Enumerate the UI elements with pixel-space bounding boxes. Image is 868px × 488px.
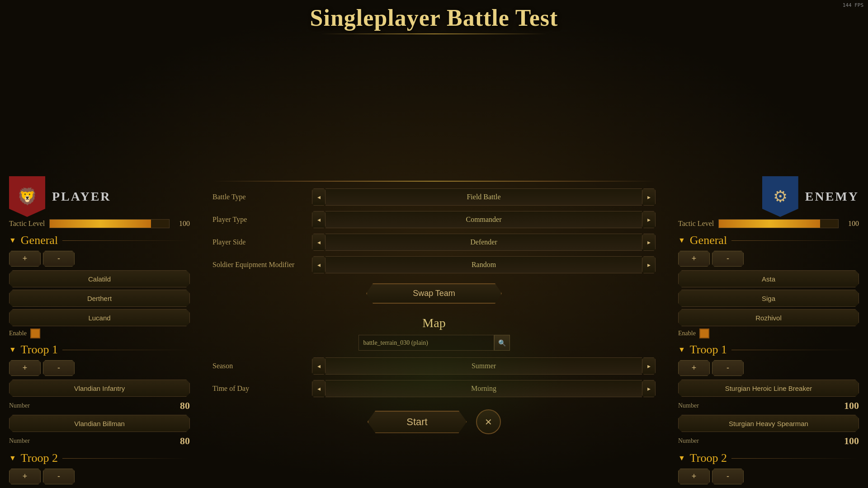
player-troop1-btn-group: + - [9, 360, 190, 376]
main-container: 144 FPS Singleplayer Battle Test 🦁 PLAYE… [0, 0, 868, 488]
equipment-row: Soldier Equipment Modifier ◂ Random ▸ [212, 256, 656, 273]
equipment-prev-button[interactable]: ◂ [312, 256, 326, 273]
cancel-button[interactable]: ✕ [476, 409, 501, 434]
fps-counter: 144 FPS [843, 2, 863, 8]
battle-type-next-button[interactable]: ▸ [642, 188, 656, 206]
player-side-label: Player Side [212, 238, 312, 246]
time-control: ◂ Morning ▸ [312, 380, 656, 397]
center-top: Battle Type ◂ Field Battle ▸ Player Type… [212, 176, 656, 397]
player-troop2-title: Troop 2 [21, 451, 58, 465]
enemy-tactic-fill [719, 220, 820, 228]
player-tactic-fill [50, 220, 151, 228]
season-next-button[interactable]: ▸ [642, 357, 656, 375]
enemy-tactic-bar [718, 219, 839, 228]
time-label: Time of Day [212, 385, 312, 393]
enemy-troop1-minus-button[interactable]: - [712, 360, 744, 376]
enemy-troop2-plus-button[interactable]: + [678, 469, 710, 484]
player-tactic-bar [49, 219, 170, 228]
player-enable-checkbox[interactable] [30, 328, 40, 338]
player-troop2-btn-group: + - [9, 469, 190, 484]
bottom-bar: Start ✕ [212, 403, 656, 441]
player-troop2-billman[interactable]: Vlandian Billman [9, 415, 190, 432]
enemy-tactic-value: 100 [843, 220, 859, 228]
player-type-prev-button[interactable]: ◂ [312, 211, 326, 228]
enemy-enable-label: Enable [678, 330, 696, 337]
map-title: Map [212, 316, 656, 330]
enemy-troop2-chevron: ▼ [678, 454, 685, 462]
title-underline [321, 33, 547, 34]
player-side-control: ◂ Defender ▸ [312, 234, 656, 251]
player-general-minus-button[interactable]: - [43, 251, 75, 267]
player-tactic-value: 100 [174, 220, 190, 228]
sides-container: 🦁 PLAYER Tactic Level 100 ▼ General + - [0, 176, 868, 488]
enemy-troop1-heroic[interactable]: Sturgian Heroic Line Breaker [678, 380, 859, 397]
equipment-next-button[interactable]: ▸ [642, 256, 656, 273]
player-enable-row: Enable [9, 328, 190, 338]
enemy-troop2-title: Troop 2 [690, 451, 727, 465]
battle-type-prev-button[interactable]: ◂ [312, 188, 326, 206]
enemy-troop1-number-label: Number [678, 402, 699, 409]
time-next-button[interactable]: ▸ [642, 380, 656, 397]
enemy-troop1-number-row: Number 100 [678, 399, 859, 413]
enemy-tactic-row: Tactic Level 100 [678, 219, 859, 228]
enemy-enable-checkbox[interactable] [699, 328, 709, 338]
player-panel: 🦁 PLAYER Tactic Level 100 ▼ General + - [0, 176, 199, 488]
season-value: Summer [326, 357, 642, 375]
battle-type-value: Field Battle [326, 188, 642, 206]
battle-type-control: ◂ Field Battle ▸ [312, 188, 656, 206]
player-general-calatild[interactable]: Calatild [9, 270, 190, 287]
enemy-panel: ENEMY ⚙ Tactic Level 100 ▼ General + - [669, 176, 868, 488]
start-button[interactable]: Start [368, 411, 467, 433]
player-general-line [62, 240, 190, 241]
player-troop1-minus-button[interactable]: - [43, 360, 75, 376]
player-troop1-number-row: Number 80 [9, 399, 190, 413]
player-general-header: ▼ General [9, 234, 190, 247]
enemy-general-plus-button[interactable]: + [678, 251, 710, 267]
enemy-general-line [731, 240, 859, 241]
enemy-troop2-line [731, 458, 859, 459]
map-search-row: battle_terrain_030 (plain) 🔍 [212, 335, 656, 351]
title-section: Singleplayer Battle Test [0, 0, 868, 176]
enemy-troop2-minus-button[interactable]: - [712, 469, 744, 484]
season-prev-button[interactable]: ◂ [312, 357, 326, 375]
enemy-troop2-spearman[interactable]: Sturgian Heavy Spearman [678, 415, 859, 432]
map-search-button[interactable]: 🔍 [494, 335, 510, 351]
player-troop1-header: ▼ Troop 1 [9, 343, 190, 357]
battle-type-label: Battle Type [212, 193, 312, 201]
player-faction-header: 🦁 PLAYER [9, 176, 190, 217]
enemy-general-asta[interactable]: Asta [678, 270, 859, 287]
enemy-troop2-btn-group: + - [678, 469, 859, 484]
enemy-faction-header: ENEMY ⚙ [678, 176, 859, 217]
player-troop2-number-row: Number 80 [9, 434, 190, 448]
enemy-emblem: ⚙ [762, 176, 798, 217]
enemy-general-minus-button[interactable]: - [712, 251, 744, 267]
time-of-day-row: Time of Day ◂ Morning ▸ [212, 380, 656, 397]
enemy-general-rozhivol[interactable]: Rozhivol [678, 309, 859, 326]
time-prev-button[interactable]: ◂ [312, 380, 326, 397]
player-troop1-number-value: 80 [180, 400, 190, 412]
player-troop1-plus-button[interactable]: + [9, 360, 41, 376]
enemy-tactic-label: Tactic Level [678, 220, 714, 228]
player-troop2-plus-button[interactable]: + [9, 469, 41, 484]
player-troop2-minus-button[interactable]: - [43, 469, 75, 484]
enemy-troop2-number-value: 100 [844, 435, 859, 447]
enemy-troop1-title: Troop 1 [690, 343, 727, 357]
player-type-next-button[interactable]: ▸ [642, 211, 656, 228]
player-side-next-button[interactable]: ▸ [642, 234, 656, 251]
player-troop2-number-value: 80 [180, 435, 190, 447]
swap-team-button[interactable]: Swap Team [366, 283, 502, 304]
map-search-value: battle_terrain_030 (plain) [359, 335, 494, 351]
enemy-general-siga[interactable]: Siga [678, 290, 859, 307]
player-troop1-number-label: Number [9, 402, 30, 409]
enemy-troop1-plus-button[interactable]: + [678, 360, 710, 376]
player-troop1-infantry[interactable]: Vlandian Infantry [9, 380, 190, 397]
player-troop1-line [62, 350, 190, 350]
player-general-derthert[interactable]: Derthert [9, 290, 190, 307]
player-type-control: ◂ Commander ▸ [312, 211, 656, 228]
player-general-lucand[interactable]: Lucand [9, 309, 190, 326]
equipment-control: ◂ Random ▸ [312, 256, 656, 273]
player-emblem: 🦁 [9, 176, 45, 217]
player-side-prev-button[interactable]: ◂ [312, 234, 326, 251]
player-troop1-title: Troop 1 [21, 343, 58, 357]
player-general-plus-button[interactable]: + [9, 251, 41, 267]
